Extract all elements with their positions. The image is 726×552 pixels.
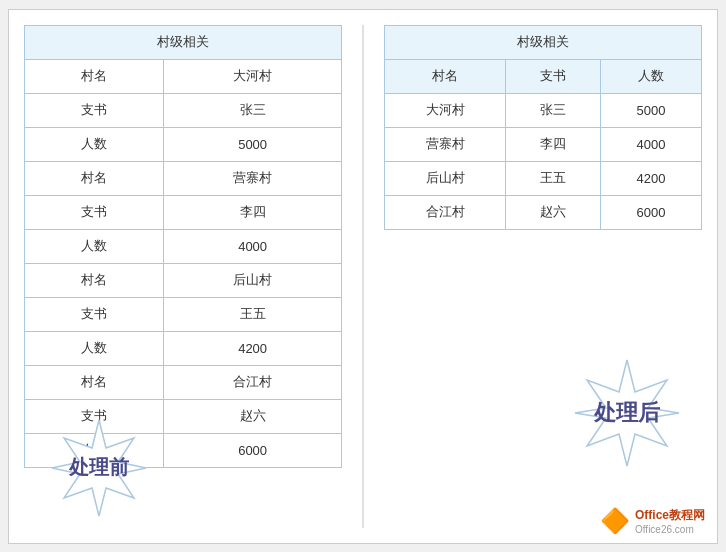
left-table-cell: 支书 bbox=[25, 93, 164, 127]
left-table-cell: 5000 bbox=[164, 127, 342, 161]
right-col-header: 村名 bbox=[385, 59, 506, 93]
left-table-cell: 村名 bbox=[25, 59, 164, 93]
logo-url: Office26.com bbox=[635, 524, 705, 535]
right-table-cell: 4200 bbox=[601, 161, 702, 195]
right-table-cell: 5000 bbox=[601, 93, 702, 127]
left-section: 村级相关 村名大河村支书张三人数5000村名营寨村支书李四人数4000村名后山村… bbox=[24, 25, 342, 528]
left-table-cell: 4000 bbox=[164, 229, 342, 263]
right-table: 村级相关 村名支书人数 大河村张三5000营寨村李四4000后山村王五4200合… bbox=[384, 25, 702, 230]
right-col-header: 人数 bbox=[601, 59, 702, 93]
right-table-cell: 赵六 bbox=[506, 195, 601, 229]
left-table-cell: 王五 bbox=[164, 297, 342, 331]
left-table-cell: 后山村 bbox=[164, 263, 342, 297]
right-table-cell: 张三 bbox=[506, 93, 601, 127]
left-table-cell: 张三 bbox=[164, 93, 342, 127]
logo-area: 🔶 Office教程网 Office26.com bbox=[601, 507, 705, 535]
left-table-cell: 大河村 bbox=[164, 59, 342, 93]
main-container: 村级相关 村名大河村支书张三人数5000村名营寨村支书李四人数4000村名后山村… bbox=[8, 9, 718, 544]
after-label: 处理后 bbox=[594, 398, 660, 428]
left-table-cell: 合江村 bbox=[164, 365, 342, 399]
left-table-cell: 4200 bbox=[164, 331, 342, 365]
left-table: 村级相关 村名大河村支书张三人数5000村名营寨村支书李四人数4000村名后山村… bbox=[24, 25, 342, 468]
right-table-cell: 王五 bbox=[506, 161, 601, 195]
logo-text: Office教程网 Office26.com bbox=[635, 507, 705, 535]
left-table-cell: 支书 bbox=[25, 297, 164, 331]
right-col-header: 支书 bbox=[506, 59, 601, 93]
right-table-cell: 合江村 bbox=[385, 195, 506, 229]
left-table-cell: 村名 bbox=[25, 263, 164, 297]
right-table-cell: 4000 bbox=[601, 127, 702, 161]
before-label: 处理前 bbox=[69, 454, 129, 481]
left-table-cell: 6000 bbox=[164, 433, 342, 467]
left-table-cell: 李四 bbox=[164, 195, 342, 229]
right-section: 村级相关 村名支书人数 大河村张三5000营寨村李四4000后山村王五4200合… bbox=[384, 25, 702, 528]
logo-icon: 🔶 bbox=[601, 507, 629, 535]
left-table-cell: 营寨村 bbox=[164, 161, 342, 195]
left-table-header: 村级相关 bbox=[25, 25, 342, 59]
left-table-cell: 人数 bbox=[25, 331, 164, 365]
starburst-before: 处理前 bbox=[34, 418, 164, 518]
left-table-cell: 赵六 bbox=[164, 399, 342, 433]
starburst-after: 处理后 bbox=[557, 358, 697, 468]
left-table-cell: 支书 bbox=[25, 195, 164, 229]
right-table-cell: 6000 bbox=[601, 195, 702, 229]
right-table-cell: 后山村 bbox=[385, 161, 506, 195]
right-table-cell: 李四 bbox=[506, 127, 601, 161]
logo-site: Office教程网 bbox=[635, 507, 705, 524]
left-table-cell: 村名 bbox=[25, 161, 164, 195]
left-table-cell: 人数 bbox=[25, 229, 164, 263]
right-table-cell: 大河村 bbox=[385, 93, 506, 127]
right-table-cell: 营寨村 bbox=[385, 127, 506, 161]
right-table-header: 村级相关 bbox=[385, 25, 702, 59]
divider bbox=[362, 25, 364, 528]
left-table-cell: 村名 bbox=[25, 365, 164, 399]
left-table-cell: 人数 bbox=[25, 127, 164, 161]
